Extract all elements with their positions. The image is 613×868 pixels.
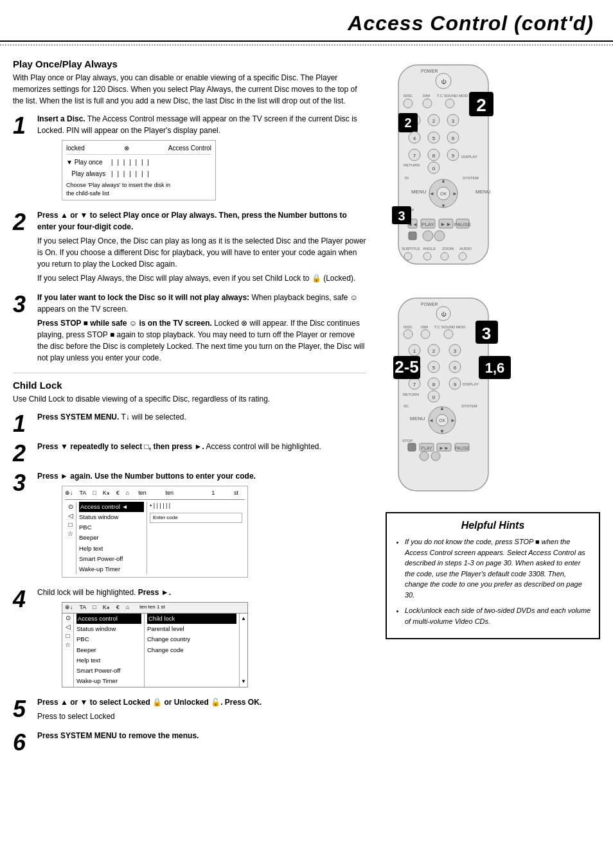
step-3-bold2: Press STOP ■ while safe ☺ is on the TV s… (37, 319, 212, 328)
cl-step-2-content: Press ▼ repeatedly to select □, then pre… (37, 441, 366, 455)
svg-text:2-5: 2-5 (395, 357, 419, 376)
svg-point-65 (441, 252, 449, 260)
helpful-hints-title: Helpful Hints (395, 520, 591, 531)
page-header: Access Control (cont'd) (0, 0, 613, 42)
svg-text:AUDIO: AUDIO (459, 247, 472, 251)
cl-step-num-6: 6 (13, 730, 37, 754)
clt-childlock: Child lock (147, 614, 236, 624)
svg-text:DISPLAY: DISPLAY (461, 155, 477, 159)
screen-row-1: ▼ Play once | | | | | | | (66, 157, 211, 167)
screen-header-left: locked (66, 143, 85, 153)
svg-point-121 (420, 452, 429, 461)
svg-text:3: 3 (398, 209, 405, 223)
scroll-down: ▼ (241, 678, 246, 686)
svg-text:▼: ▼ (440, 429, 445, 434)
menu-screen-1-header: ⊕↓ TA □ K⁎ € ⌂ tenten1st (65, 489, 245, 500)
step-number-3: 3 (13, 292, 37, 316)
svg-text:6: 6 (452, 136, 455, 141)
svg-text:STOP: STOP (402, 439, 413, 443)
step-2-bold: Press ▲ or ▼ to select Play once or Play… (37, 211, 347, 231)
svg-text:PAUSE: PAUSE (454, 446, 470, 450)
cl-step-3: 3 Press ► again. Use the Number buttons … (13, 470, 366, 581)
cl-s4-text: Child lock will be highlighted. (37, 588, 138, 597)
lock-icon-inline: 🔒 (312, 274, 321, 283)
svg-point-57 (423, 231, 433, 241)
menu-screen-1-body: ⊙ ◁ □ ☆ Access control ◄ Status window P… (65, 502, 245, 575)
svg-text:MENU: MENU (475, 189, 491, 195)
cl-s5-text: Press ▲ or ▼ to select Locked 🔒 or Unloc… (37, 698, 262, 707)
menu-right: • | | | | | | Enter code (147, 502, 245, 575)
mh-sq: □ (93, 489, 96, 498)
screen-row-2: Play always | | | | | | | (66, 169, 211, 179)
hint-2: Lock/unlock each side of two-sided DVDs … (405, 605, 591, 626)
remote-top-svg: ⏻ POWER DISC DIM T.C SOUND MOD 2 1 2 3 (386, 58, 501, 277)
clt-h-sub: ten ten 1 st (139, 603, 165, 612)
svg-text:OK: OK (440, 191, 447, 196)
icon-disc: ⊙ (65, 502, 76, 511)
clt-status: Status window (76, 624, 141, 634)
enter-code-ticks: • | | | | | | (150, 502, 242, 511)
menu-item-smart: Smart Power-off (79, 554, 144, 564)
svg-text:▼: ▼ (441, 203, 446, 209)
clt-h-arrow: ⊕↓ (65, 603, 73, 612)
screen-play-always-ticks: | | | | | | | (111, 169, 150, 179)
helpful-hints-list: If you do not know the code, press STOP … (395, 536, 591, 626)
cl-step-num-1: 1 (13, 411, 37, 436)
svg-text:RETURN: RETURN (403, 393, 419, 396)
svg-text:MENU: MENU (410, 416, 425, 421)
section-divider-mid (13, 373, 366, 373)
child-lock-section: Child Lock Use Child Lock to disable vie… (13, 380, 366, 754)
cl-step-4-content: Child lock will be highlighted. Press ►.… (37, 587, 366, 691)
menu-item-help: Help text (79, 544, 144, 554)
cl-step-2: 2 Press ▼ repeatedly to select □, then p… (13, 441, 366, 465)
svg-text:DIM: DIM (423, 94, 430, 98)
ci-1: ⊙ (62, 614, 73, 623)
menu-item-access: Access control ◄ (79, 502, 144, 512)
clt-h-home: ⌂ (126, 603, 129, 612)
play-once-steps: 1 Insert a Disc. The Access Control mess… (13, 113, 366, 366)
svg-point-77 (421, 330, 430, 339)
right-column: ⏻ POWER DISC DIM T.C SOUND MOD 2 1 2 3 (379, 52, 600, 759)
mh-arrow: ⊕↓ (65, 489, 73, 498)
clt-right: Child lock Parental level Change country… (145, 614, 239, 687)
play-once-intro: With Play once or Play always, you can d… (13, 72, 366, 107)
cl-step-num-2: 2 (13, 441, 37, 465)
svg-text:2: 2 (432, 348, 436, 354)
clt-h-sq: □ (93, 603, 96, 612)
svg-rect-114 (408, 443, 416, 451)
svg-text:2: 2 (432, 118, 436, 124)
mh-kstar: K⁎ (103, 489, 110, 498)
step-2: 2 Press ▲ or ▼ to select Play once or Pl… (13, 209, 366, 287)
svg-text:OK: OK (439, 418, 445, 423)
svg-text:►: ► (452, 191, 458, 197)
screen-play-once-ticks: | | | | | | | (111, 157, 150, 167)
menu-item-wake: Wake-up Timer (79, 564, 144, 574)
step-2-content: Press ▲ or ▼ to select Play once or Play… (37, 209, 366, 287)
clt-scrollbar: ▲ ▼ (239, 614, 247, 687)
ci-2: ◁ (62, 623, 73, 632)
left-column: Play Once/Play Always With Play once or … (13, 52, 379, 759)
helpful-hints-box: Helpful Hints If you do not know the cod… (386, 512, 600, 639)
clt-access: Access control (76, 614, 141, 624)
step-3-content: If you later want to lock the Disc so it… (37, 292, 366, 366)
svg-point-7 (404, 99, 413, 108)
cl-s5-sub: Press to select Locked (37, 711, 366, 722)
cl-s2-text: Access control will be highlighted. (206, 442, 321, 451)
cl-step-4: 4 Child lock will be highlighted. Press … (13, 587, 366, 691)
hint-1: If you do not know the code, press STOP … (405, 536, 591, 600)
svg-point-8 (423, 99, 432, 108)
cl-step-1: 1 Press SYSTEM MENU. T↓ will be selected… (13, 411, 366, 436)
svg-point-122 (431, 452, 440, 461)
cl-step-5-content: Press ▲ or ▼ to select Locked 🔒 or Unloc… (37, 696, 366, 725)
step-2-detail1: If you select Play Once, the Disc can pl… (37, 235, 366, 270)
clt-header: ⊕↓ TA □ K⁎ € ⌂ ten ten 1 st (62, 603, 247, 614)
svg-text:►: ► (450, 418, 456, 423)
cl-s4-press: Press ►. (138, 588, 171, 597)
svg-point-76 (404, 330, 413, 339)
svg-text:◄: ◄ (429, 418, 434, 423)
step-3: 3 If you later want to lock the Disc so … (13, 292, 366, 366)
cl-step-6: 6 Press SYSTEM MENU to remove the menus. (13, 730, 366, 754)
cl-s3-text: Press ► again. Use the Number buttons to… (37, 472, 256, 481)
svg-text:8: 8 (432, 382, 436, 387)
svg-text:⏻: ⏻ (441, 312, 447, 317)
